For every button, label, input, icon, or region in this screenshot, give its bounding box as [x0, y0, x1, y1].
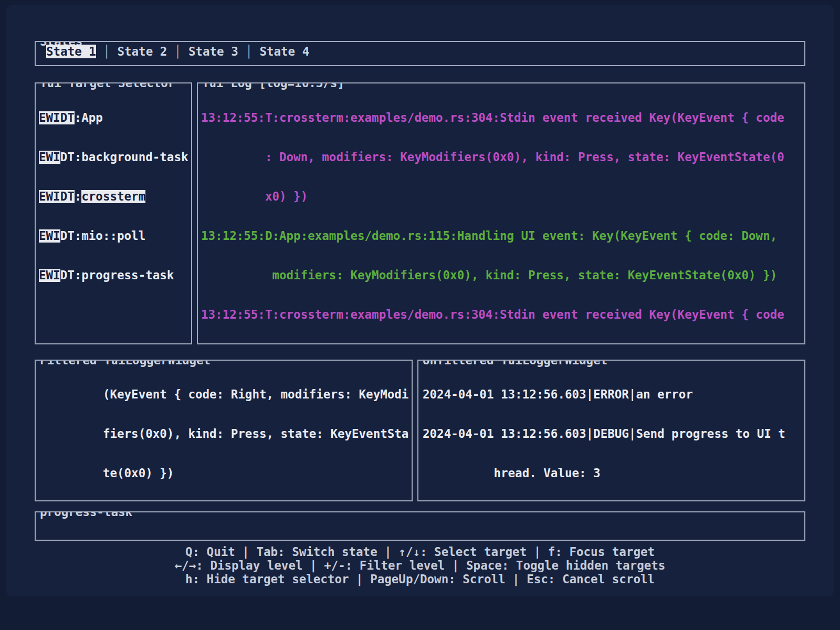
tab-bar: State 1 │ State 2 │ State 3 │ State 4: [36, 42, 804, 65]
log-row: fiers(0x0), kind: Press, state: KeyEvent…: [39, 427, 412, 440]
tui-log-rows: 13:12:55:T:crossterm:examples/demo.rs:30…: [198, 83, 804, 343]
help-text: Q: Quit | Tab: Switch state | ↑/↓: Selec…: [6, 545, 834, 586]
log-row: (KeyEvent { code: Right, modifiers: KeyM…: [39, 388, 412, 401]
states-panel: States State 1 │ State 2 │ State 3 │ Sta…: [35, 41, 805, 66]
target-name: :progress-task: [75, 269, 174, 282]
progress-panel-title: progress-task: [39, 511, 133, 519]
unfiltered-logger-panel: Unfiltered TuiLoggerWidget 2024-04-01 13…: [417, 360, 805, 501]
log-row: 13:12:55:D:App:examples/demo.rs:115:Hand…: [201, 229, 804, 243]
log-row: modifiers: KeyModifiers(0x0), kind: Pres…: [201, 269, 804, 282]
progress-panel: progress-task 3%: [35, 511, 805, 541]
log-row: te(0x0) }): [39, 467, 412, 480]
help-line: h: Hide target selector | PageUp/Down: S…: [6, 572, 834, 586]
target-item-crossterm[interactable]: EWIDT:crossterm: [39, 190, 191, 203]
target-item-app[interactable]: EWIDT:App: [39, 111, 191, 124]
log-row: hread. Value: 3: [423, 467, 804, 480]
target-item-mio-poll[interactable]: EWIDT:mio::poll: [39, 229, 191, 243]
level-flags-inactive: DT: [60, 269, 75, 282]
filtered-logger-rows: (KeyEvent { code: Right, modifiers: KeyM…: [36, 361, 412, 500]
help-line: Q: Quit | Tab: Switch state | ↑/↓: Selec…: [6, 545, 834, 559]
target-name: :: [75, 190, 82, 203]
target-item-background-task[interactable]: EWIDT:background-task: [39, 151, 191, 164]
target-list: EWIDT:App EWIDT:background-task EWIDT:cr…: [36, 83, 191, 343]
tab-state-4[interactable]: State 4: [259, 45, 309, 58]
unfiltered-logger-rows: 2024-04-01 13:12:56.603|ERROR|an error 2…: [418, 361, 804, 500]
level-flags-active: EWIDT: [39, 190, 75, 203]
tab-state-2[interactable]: State 2: [117, 45, 167, 58]
target-name-selected: crossterm: [81, 190, 145, 203]
level-flags-inactive: DT: [60, 229, 75, 243]
terminal-window: States State 1 │ State 2 │ State 3 │ Sta…: [6, 5, 834, 596]
level-flags-active: EWIDT: [39, 111, 75, 124]
level-flags-active: EWI: [39, 269, 60, 282]
tab-separator: │: [167, 45, 188, 58]
help-line: ←/→: Display level | +/-: Filter level |…: [6, 559, 834, 572]
log-row: : Down, modifiers: KeyModifiers(0x0), ki…: [201, 151, 804, 164]
tab-separator: │: [238, 45, 260, 58]
tab-state-3[interactable]: State 3: [188, 45, 238, 58]
target-selector-panel: Tui Target Selector EWIDT:App EWIDT:back…: [35, 82, 192, 344]
level-flags-active: EWI: [39, 151, 60, 164]
log-row: 13:12:55:T:crossterm:examples/demo.rs:30…: [201, 308, 804, 321]
log-row: 2024-04-01 13:12:56.603|DEBUG|Send progr…: [423, 427, 804, 440]
target-name: :App: [75, 111, 103, 124]
tab-separator: │: [96, 45, 118, 58]
level-flags-inactive: DT: [60, 151, 75, 164]
target-name: :background-task: [75, 151, 188, 164]
target-name: :mio::poll: [75, 229, 145, 243]
tab-state-1[interactable]: State 1: [46, 45, 96, 58]
level-flags-active: EWI: [39, 229, 60, 243]
log-row: x0) }): [201, 190, 804, 203]
target-item-progress-task[interactable]: EWIDT:progress-task: [39, 269, 191, 282]
filtered-logger-panel: Filtered TuiLoggerWidget (KeyEvent { cod…: [35, 360, 413, 501]
log-row: 2024-04-01 13:12:56.603|ERROR|an error: [423, 388, 804, 401]
log-row: 13:12:55:T:crossterm:examples/demo.rs:30…: [201, 111, 804, 124]
tui-log-panel: Tui Log [log=16.3/s] 13:12:55:T:crosster…: [197, 82, 805, 344]
